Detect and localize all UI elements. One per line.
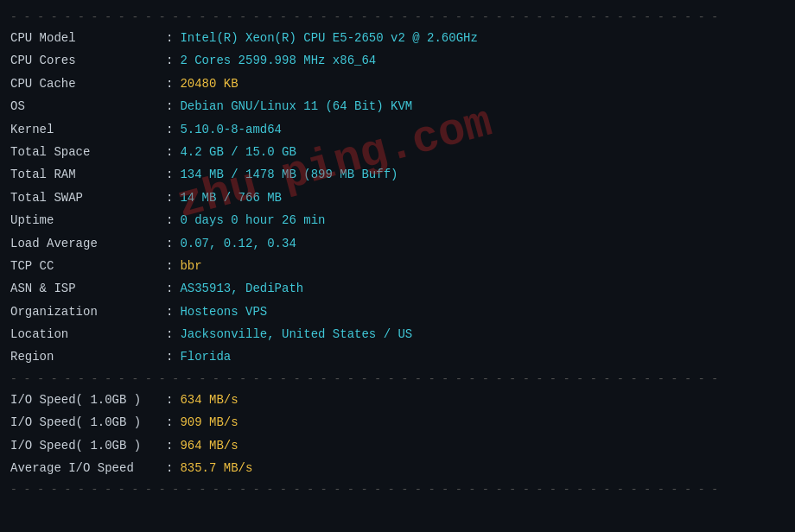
row-label: ASN & ISP	[10, 279, 166, 298]
table-row: Uptime: 0 days 0 hour 26 min	[10, 209, 785, 231]
divider-mid: - - - - - - - - - - - - - - - - - - - - …	[10, 372, 785, 385]
row-colon: :	[166, 74, 173, 93]
row-value: Intel(R) Xeon(R) CPU E5-2650 v2 @ 2.60GH…	[180, 28, 477, 48]
row-value: 4.2 GB / 15.0 GB	[180, 142, 296, 162]
table-row: Location: Jacksonville, United States / …	[10, 323, 785, 345]
row-colon: :	[166, 234, 173, 253]
row-colon: :	[166, 279, 173, 298]
row-label: Total SWAP	[10, 188, 166, 207]
table-row: OS: Debian GNU/Linux 11 (64 Bit) KVM	[10, 95, 785, 117]
row-colon: :	[166, 413, 173, 432]
row-colon: :	[166, 436, 173, 455]
row-label: Average I/O Speed	[10, 459, 166, 478]
row-colon: :	[166, 51, 173, 70]
table-row: I/O Speed( 1.0GB ): 964 MB/s	[10, 434, 785, 457]
row-value: 835.7 MB/s	[180, 459, 252, 478]
row-label: Load Average	[10, 234, 166, 253]
row-value: 0 days 0 hour 26 min	[180, 211, 325, 230]
row-value: 134 MB / 1478 MB (899 MB Buff)	[180, 165, 398, 184]
system-info-table: CPU Model: Intel(R) Xeon(R) CPU E5-2650 …	[10, 27, 785, 369]
table-row: Organization: Hosteons VPS	[10, 301, 785, 323]
row-value: Debian GNU/Linux 11 (64 Bit) KVM	[180, 97, 412, 116]
row-colon: :	[166, 459, 173, 478]
row-label: Total Space	[10, 142, 166, 162]
table-row: Kernel: 5.10.0-8-amd64	[10, 118, 785, 141]
row-value: 964 MB/s	[180, 436, 238, 455]
row-colon: :	[166, 256, 173, 276]
row-value: bbr	[180, 256, 201, 276]
row-value: 634 MB/s	[180, 390, 238, 409]
io-speed-table: I/O Speed( 1.0GB ): 634 MB/sI/O Speed( 1…	[10, 389, 785, 480]
row-label: CPU Cache	[10, 74, 166, 93]
row-colon: :	[166, 188, 173, 207]
row-label: Uptime	[10, 211, 166, 230]
row-value: Jacksonville, United States / US	[180, 325, 412, 344]
table-row: CPU Cache: 20480 KB	[10, 73, 785, 95]
row-label: TCP CC	[10, 256, 166, 276]
table-row: ASN & ISP: AS35913, DediPath	[10, 277, 785, 300]
row-label: Kernel	[10, 120, 166, 139]
row-value: Florida	[180, 347, 231, 366]
row-colon: :	[166, 120, 173, 139]
row-label: Total RAM	[10, 165, 166, 184]
table-row: CPU Cores: 2 Cores 2599.998 MHz x86_64	[10, 49, 785, 72]
row-label: Location	[10, 325, 166, 344]
divider-top: - - - - - - - - - - - - - - - - - - - - …	[10, 10, 785, 23]
row-colon: :	[166, 165, 173, 184]
row-value: 20480 KB	[180, 74, 238, 93]
divider-bot: - - - - - - - - - - - - - - - - - - - - …	[10, 483, 785, 496]
row-label: CPU Cores	[10, 51, 166, 70]
row-value: 909 MB/s	[180, 413, 238, 432]
row-label: CPU Model	[10, 28, 166, 48]
table-row: I/O Speed( 1.0GB ): 909 MB/s	[10, 411, 785, 434]
table-row: TCP CC: bbr	[10, 255, 785, 277]
row-value: 5.10.0-8-amd64	[180, 120, 282, 139]
row-colon: :	[166, 302, 173, 321]
row-label: I/O Speed( 1.0GB )	[10, 413, 166, 432]
row-label: Region	[10, 347, 166, 366]
row-colon: :	[166, 211, 173, 230]
row-colon: :	[166, 347, 173, 366]
row-colon: :	[166, 97, 173, 116]
table-row: CPU Model: Intel(R) Xeon(R) CPU E5-2650 …	[10, 27, 785, 49]
row-label: I/O Speed( 1.0GB )	[10, 390, 166, 409]
row-colon: :	[166, 390, 173, 409]
row-value: 0.07, 0.12, 0.34	[180, 234, 296, 253]
row-label: Organization	[10, 302, 166, 321]
row-value: Hosteons VPS	[180, 302, 267, 321]
row-value: 2 Cores 2599.998 MHz x86_64	[180, 51, 376, 70]
table-row: Region: Florida	[10, 345, 785, 368]
table-row: Total Space: 4.2 GB / 15.0 GB	[10, 141, 785, 163]
table-row: Total RAM: 134 MB / 1478 MB (899 MB Buff…	[10, 163, 785, 186]
table-row: I/O Speed( 1.0GB ): 634 MB/s	[10, 389, 785, 411]
row-label: OS	[10, 97, 166, 116]
row-colon: :	[166, 325, 173, 344]
table-row: Average I/O Speed: 835.7 MB/s	[10, 457, 785, 479]
row-colon: :	[166, 142, 173, 162]
row-colon: :	[166, 28, 173, 48]
row-label: I/O Speed( 1.0GB )	[10, 436, 166, 455]
table-row: Total SWAP: 14 MB / 766 MB	[10, 187, 785, 209]
row-value: 14 MB / 766 MB	[180, 188, 282, 207]
table-row: Load Average: 0.07, 0.12, 0.34	[10, 232, 785, 255]
row-value: AS35913, DediPath	[180, 279, 303, 298]
